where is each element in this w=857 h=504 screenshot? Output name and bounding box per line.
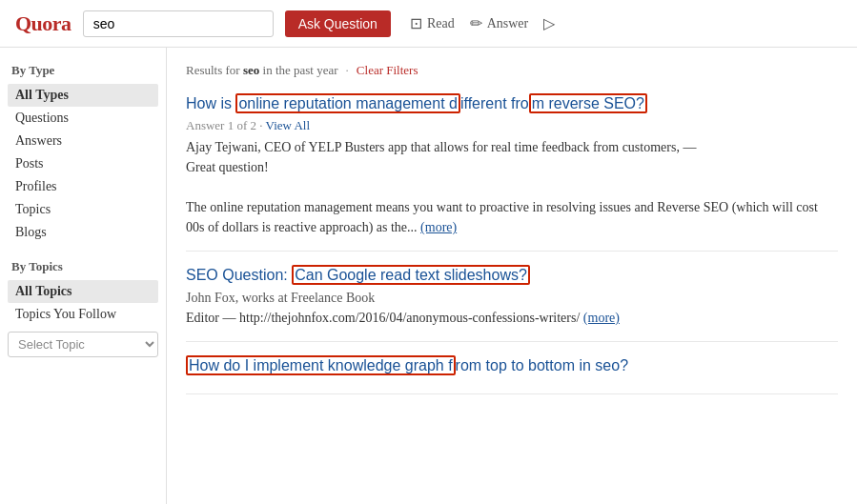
highlight-1a: online reputation management d [235,93,460,113]
sidebar-item-posts[interactable]: Posts [8,152,158,175]
by-type-title: By Type [8,63,158,78]
result-title-1[interactable]: How is online reputation management diff… [186,93,838,114]
main-content: Results for seo in the past year · Clear… [167,48,857,504]
read-nav-item[interactable]: ⊡ Read [410,14,455,32]
answer-label: Answer [487,16,529,31]
sidebar-item-profiles[interactable]: Profiles [8,175,158,198]
result-body-2: Editor — http://thejohnfox.com/2016/04/a… [186,308,838,328]
dot-separator: · [346,63,349,78]
read-label: Read [427,16,455,31]
sidebar-item-topics-you-follow[interactable]: Topics You Follow [8,303,158,326]
result-item-1: How is online reputation management diff… [186,93,838,252]
highlight-1b: m reverse SEO? [529,93,647,113]
result-title-3[interactable]: How do I implement knowledge graph from … [186,355,838,376]
view-all-link-1[interactable]: View All [266,118,311,132]
result-meta-1: Answer 1 of 2 · View All [186,118,838,133]
sidebar-item-questions[interactable]: Questions [8,107,158,130]
ask-question-button[interactable]: Ask Question [285,10,391,37]
more-nav-item[interactable]: ▷ [543,14,555,32]
result-link-2[interactable]: SEO Question: Can Google read text slide… [186,265,530,285]
result-item-2: SEO Question: Can Google read text slide… [186,265,838,341]
result-item-3: How do I implement knowledge graph from … [186,355,838,394]
read-icon: ⊡ [410,14,422,32]
sidebar-item-topics[interactable]: Topics [8,198,158,221]
more-icon: ▷ [543,14,555,32]
sidebar-item-answers[interactable]: Answers [8,130,158,152]
highlight-2a: Can Google read text slideshows? [292,265,530,285]
result-link-1[interactable]: How is online reputation management diff… [186,93,647,113]
logo: Quora [15,11,71,36]
search-query: seo [243,63,259,77]
result-more-2[interactable]: (more) [583,311,620,325]
layout: By Type All Types Questions Answers Post… [0,48,857,504]
result-title-2[interactable]: SEO Question: Can Google read text slide… [186,265,838,286]
sidebar-item-all-types[interactable]: All Types [8,84,158,107]
sidebar: By Type All Types Questions Answers Post… [0,48,167,504]
sidebar-item-all-topics[interactable]: All Topics [8,280,158,303]
result-author-2: John Fox, works at Freelance Book [186,291,838,306]
results-header: Results for seo in the past year · Clear… [186,63,838,78]
answer-nav-item[interactable]: ✏ Answer [470,14,529,32]
header: Quora Ask Question ⊡ Read ✏ Answer ▷ [0,0,857,48]
answer-icon: ✏ [470,14,482,32]
result-link-3[interactable]: How do I implement knowledge graph from … [186,355,628,375]
search-input[interactable] [83,10,274,37]
result-more-1[interactable]: (more) [420,220,457,234]
by-topics-title: By Topics [8,259,158,274]
sidebar-item-blogs[interactable]: Blogs [8,221,158,244]
highlight-3a: How do I implement knowledge graph f [186,355,456,375]
results-for-text: Results for seo in the past year [186,63,338,78]
result-body-1: Ajay Tejwani, CEO of YELP Busters app th… [186,137,838,237]
select-topic[interactable]: Select Topic [8,332,158,357]
header-nav: ⊡ Read ✏ Answer ▷ [410,14,555,32]
clear-filters-link[interactable]: Clear Filters [357,63,418,78]
